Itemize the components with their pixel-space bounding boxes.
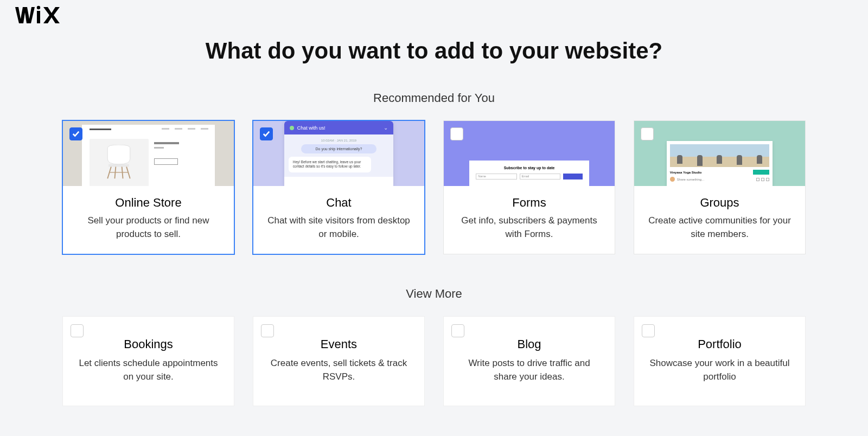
card-desc: Chat with site visitors from desktop or … bbox=[265, 214, 412, 241]
checkbox-chat[interactable] bbox=[260, 127, 273, 140]
avatar-icon bbox=[670, 177, 675, 182]
form-email-input: Email bbox=[520, 174, 560, 179]
checkbox-events[interactable] bbox=[261, 324, 274, 337]
svg-point-1 bbox=[37, 6, 40, 9]
card-forms[interactable]: Subscribe to stay up to date Name Email … bbox=[443, 120, 615, 254]
preview-groups: Vinyasa Yoga Studio Share something... bbox=[634, 121, 805, 186]
chevron-down-icon: ⌄ bbox=[384, 125, 388, 131]
chat-bubble-user: Do you ship internationally? bbox=[301, 144, 376, 153]
card-desc: Create active communities for your site … bbox=[646, 214, 793, 241]
checkbox-online-store[interactable] bbox=[69, 127, 82, 140]
card-title: Groups bbox=[646, 196, 793, 210]
checkbox-forms[interactable] bbox=[450, 127, 463, 140]
card-online-store[interactable]: Online Store Sell your products or find … bbox=[62, 120, 234, 254]
svg-rect-0 bbox=[37, 11, 40, 23]
group-join-button bbox=[753, 170, 769, 175]
form-name-input: Name bbox=[476, 174, 516, 179]
svg-rect-2 bbox=[108, 164, 129, 167]
card-desc: Get info, subscribers & payments with Fo… bbox=[456, 214, 603, 241]
chair-icon bbox=[90, 139, 149, 186]
checkbox-bookings[interactable] bbox=[71, 324, 84, 337]
card-title: Online Store bbox=[75, 196, 222, 210]
video-icon bbox=[761, 178, 764, 181]
card-bookings[interactable]: Bookings Let clients schedule appointmen… bbox=[62, 316, 234, 406]
form-title: Subscribe to stay up to date bbox=[476, 166, 583, 170]
checkbox-blog[interactable] bbox=[451, 324, 464, 337]
form-submit-button bbox=[563, 174, 583, 179]
group-name: Vinyasa Yoga Studio bbox=[670, 171, 702, 174]
card-desc: Write posts to drive traffic and share y… bbox=[459, 357, 599, 383]
more-grid: Bookings Let clients schedule appointmen… bbox=[62, 316, 806, 406]
view-more-heading: View More bbox=[62, 287, 806, 301]
card-title: Portfolio bbox=[649, 337, 790, 351]
recommended-grid: Online Store Sell your products or find … bbox=[62, 120, 806, 254]
page-title: What do you want to add to your website? bbox=[62, 38, 806, 64]
card-title: Chat bbox=[265, 196, 412, 210]
preview-product-name bbox=[154, 142, 179, 144]
card-chat[interactable]: Chat with us!⌄ 10:02AM · JAN 21, 2019 Do… bbox=[253, 120, 425, 254]
image-icon bbox=[756, 178, 760, 181]
card-blog[interactable]: Blog Write posts to drive traffic and sh… bbox=[443, 316, 615, 406]
share-placeholder: Share something... bbox=[677, 178, 704, 181]
card-desc: Let clients schedule appointments on you… bbox=[78, 357, 219, 383]
wix-logo[interactable] bbox=[15, 5, 65, 25]
preview-forms: Subscribe to stay up to date Name Email bbox=[444, 121, 615, 186]
card-title: Events bbox=[269, 337, 409, 351]
gif-icon bbox=[766, 178, 769, 181]
card-title: Blog bbox=[459, 337, 599, 351]
card-title: Forms bbox=[456, 196, 603, 210]
recommended-heading: Recommended for You bbox=[62, 91, 806, 105]
card-portfolio[interactable]: Portfolio Showcase your work in a beauti… bbox=[634, 316, 806, 406]
preview-chat: Chat with us!⌄ 10:02AM · JAN 21, 2019 Do… bbox=[253, 121, 424, 186]
card-events[interactable]: Events Create events, sell tickets & tra… bbox=[253, 316, 425, 406]
chat-header-text: Chat with us! bbox=[297, 125, 326, 131]
card-title: Bookings bbox=[78, 337, 219, 351]
chat-timestamp: 10:02AM · JAN 21, 2019 bbox=[289, 139, 390, 142]
group-photo-icon bbox=[670, 144, 769, 167]
checkbox-groups[interactable] bbox=[641, 127, 654, 140]
checkbox-portfolio[interactable] bbox=[642, 324, 655, 337]
preview-online-store bbox=[63, 121, 234, 186]
card-desc: Showcase your work in a beautiful portfo… bbox=[649, 357, 790, 383]
chat-bubble-bot: Hey! Before we start chatting, leave us … bbox=[289, 157, 371, 172]
card-groups[interactable]: Vinyasa Yoga Studio Share something... G… bbox=[634, 120, 806, 254]
onboarding-container: What do you want to add to your website?… bbox=[62, 0, 806, 406]
card-desc: Sell your products or find new products … bbox=[75, 214, 222, 241]
card-desc: Create events, sell tickets & track RSVP… bbox=[269, 357, 409, 383]
